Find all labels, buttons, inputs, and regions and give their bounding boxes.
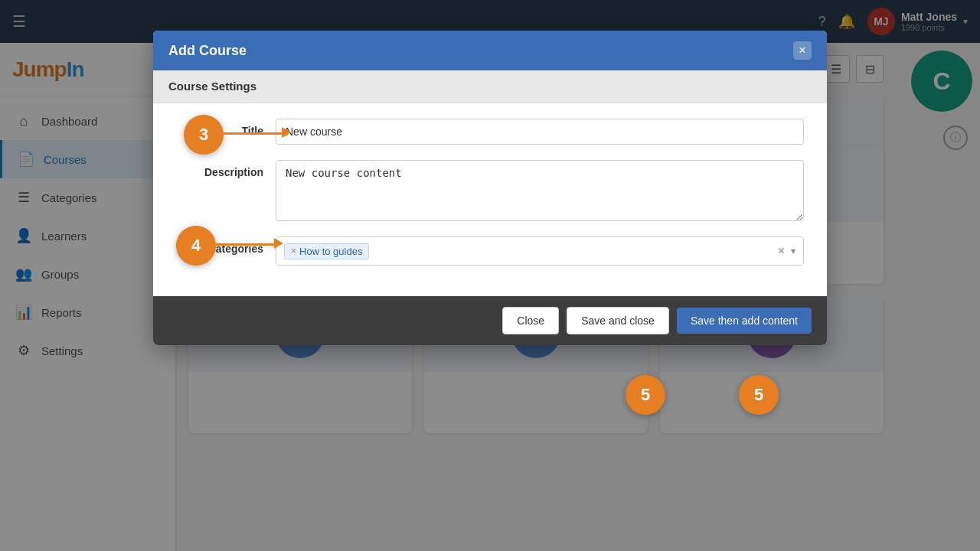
categories-input[interactable]: × How to guides × ▾ <box>276 236 804 266</box>
description-row: Description New course content <box>176 160 804 221</box>
category-tag: × How to guides <box>284 243 369 259</box>
description-input[interactable]: New course content <box>276 160 804 221</box>
section-header: Course Settings <box>153 70 827 103</box>
categories-dropdown-icon[interactable]: ▾ <box>791 246 795 256</box>
categories-clear-button[interactable]: × <box>778 244 785 258</box>
annotation-bubble-4: 4 <box>176 226 216 266</box>
add-course-modal: Add Course × Course Settings Title Descr… <box>153 31 827 345</box>
title-input[interactable] <box>276 119 804 145</box>
save-add-content-button[interactable]: Save then add content <box>677 308 812 334</box>
modal-body: Course Settings Title Description New co… <box>153 70 827 296</box>
modal-close-button[interactable]: × <box>793 41 812 60</box>
section-title: Course Settings <box>168 80 256 93</box>
modal-footer: Close Save and close Save then add conte… <box>153 296 827 345</box>
tag-remove-button[interactable]: × <box>291 246 296 256</box>
annotation-bubble-5b: 5 <box>739 375 779 415</box>
close-button[interactable]: Close <box>502 307 559 334</box>
modal-header: Add Course × <box>153 31 827 70</box>
title-row: Title <box>176 119 804 145</box>
modal-overlay: Add Course × Course Settings Title Descr… <box>0 0 980 551</box>
annotation-bubble-3: 3 <box>184 115 224 155</box>
modal-title: Add Course <box>168 43 247 59</box>
categories-row: Categories × How to guides × ▾ <box>176 236 804 266</box>
annotation-bubble-5a: 5 <box>626 375 665 415</box>
save-close-button[interactable]: Save and close <box>567 307 669 334</box>
category-tag-label: How to guides <box>299 246 362 257</box>
description-label: Description <box>176 160 276 178</box>
